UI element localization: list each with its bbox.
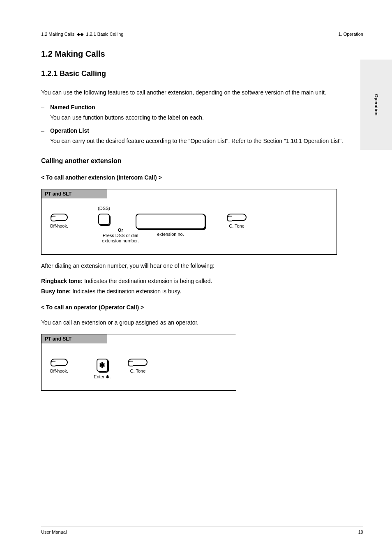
step-label: (DSS) bbox=[98, 206, 110, 211]
breadcrumb-item: 1.2.1 Basic Calling bbox=[86, 32, 123, 37]
step-dss: (DSS) Or Press DSS or dial extension num… bbox=[77, 206, 131, 244]
procedure-lead: < To call another extension (Intercom Ca… bbox=[41, 174, 363, 182]
handset-icon bbox=[51, 359, 68, 366]
handset-icon bbox=[128, 359, 148, 366]
star-key-icon: ✱ bbox=[97, 359, 108, 372]
flexible-button-icon bbox=[98, 214, 110, 225]
step-label: C. Tone bbox=[130, 368, 146, 374]
header-chapter: 1. Operation bbox=[338, 32, 363, 37]
step-offhook: Off-hook. bbox=[50, 351, 68, 374]
note-text: After dialing an extension number, you w… bbox=[41, 262, 363, 270]
feature-name: Named Function bbox=[50, 104, 95, 111]
side-tab: Operation bbox=[360, 60, 392, 150]
step-star: ✱ Enter ✱. bbox=[94, 351, 111, 380]
intro-text: You can use the following features to ca… bbox=[41, 89, 363, 97]
bullet-icon: – bbox=[41, 127, 50, 134]
header-rule bbox=[41, 29, 363, 29]
feature-item: – Named Function bbox=[41, 104, 363, 111]
breadcrumb-sep: ◆◆ bbox=[76, 32, 84, 37]
step-label: Enter ✱. bbox=[94, 374, 111, 380]
step-label: Off-hook. bbox=[50, 368, 68, 374]
footer-title: User Manual bbox=[41, 530, 67, 534]
step-ctone: C. Tone bbox=[227, 206, 247, 229]
page-number: 19 bbox=[358, 530, 363, 534]
step-label: extension no. bbox=[157, 232, 184, 237]
entry-box-icon bbox=[136, 214, 205, 229]
breadcrumb-item: 1.2 Making Calls bbox=[41, 32, 74, 37]
section-heading-making-calls: 1.2 Making Calls bbox=[41, 49, 363, 59]
step-ctone: C. Tone bbox=[128, 351, 148, 374]
procedure-text: You can call an extension or a group ass… bbox=[41, 319, 363, 327]
step-label: Off-hook. bbox=[50, 223, 68, 229]
footer-rule bbox=[41, 527, 363, 527]
footer: User Manual 19 bbox=[41, 527, 363, 534]
step-label: Or Press DSS or dial extension number. bbox=[94, 228, 147, 244]
procedure-box: PT and SLT Off-hook. ✱ Enter ✱. C. Tone bbox=[41, 334, 236, 391]
feature-desc: You can carry out the desired feature ac… bbox=[50, 137, 363, 145]
handset-icon bbox=[227, 214, 247, 221]
header-row: 1.2 Making Calls ◆◆ 1.2.1 Basic Calling … bbox=[41, 32, 363, 37]
section-heading-basic-calling: 1.2.1 Basic Calling bbox=[41, 69, 363, 78]
step-label: C. Tone bbox=[229, 223, 244, 229]
breadcrumb: 1.2 Making Calls ◆◆ 1.2.1 Basic Calling bbox=[41, 32, 123, 37]
step-offhook: Off-hook. bbox=[50, 206, 68, 229]
handset-icon bbox=[51, 214, 68, 221]
feature-desc: You can use function buttons according t… bbox=[50, 114, 363, 122]
procedure-body: Off-hook. (DSS) Or Press DSS or dial ext… bbox=[42, 198, 337, 255]
feature-item: – Operation List bbox=[41, 127, 363, 134]
feature-name: Operation List bbox=[50, 127, 89, 134]
procedure-header: PT and SLT bbox=[42, 334, 107, 343]
procedure-box: PT and SLT Off-hook. (DSS) Or Press DSS … bbox=[41, 189, 337, 255]
tone-line: Busy tone: Indicates the destination ext… bbox=[41, 288, 363, 295]
tone-line: Ringback tone: Indicates the destination… bbox=[41, 277, 363, 285]
procedure-lead: < To call an operator (Operator Call) > bbox=[41, 304, 363, 311]
side-tab-label: Operation bbox=[374, 94, 379, 115]
bullet-icon: – bbox=[41, 104, 50, 111]
procedure-body: Off-hook. ✱ Enter ✱. C. Tone bbox=[42, 343, 236, 390]
subheading-calling-extension: Calling another extension bbox=[41, 157, 363, 165]
procedure-header: PT and SLT bbox=[42, 189, 107, 198]
